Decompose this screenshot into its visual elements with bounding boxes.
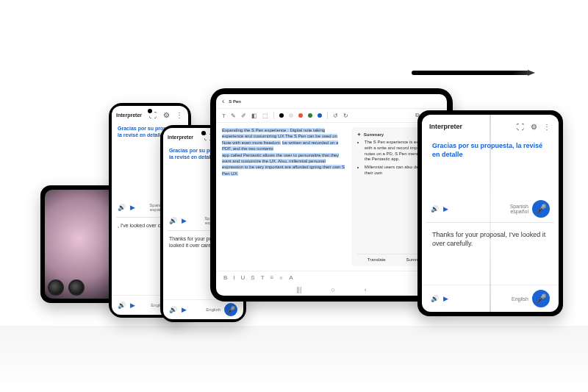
format-toolbar: B I U S T ≡ ⟐ A [216, 271, 447, 284]
speaker-icon[interactable]: 🔊 [431, 295, 439, 302]
color-green-icon[interactable] [308, 113, 312, 118]
pencil-tool-icon[interactable]: ✐ [241, 113, 246, 119]
highlighted-text: app called Pentastic allows the user to … [222, 153, 345, 176]
expand-icon[interactable]: ⛶ [516, 122, 525, 131]
text-tool-icon[interactable]: T [222, 113, 226, 119]
flip-camera-module [48, 279, 85, 296]
back-icon[interactable]: ‹ [222, 97, 224, 105]
settings-icon[interactable]: ⚙ [162, 110, 171, 119]
mic-icon: 🎤 [536, 204, 547, 214]
underline-icon[interactable]: U [241, 274, 245, 281]
note-title: S Pen [229, 99, 441, 104]
play-icon[interactable]: ▶ [130, 204, 135, 211]
mic-button[interactable]: 🎤 [224, 303, 237, 316]
list-icon[interactable]: ⟐ [279, 274, 283, 281]
back-nav-icon[interactable]: ‹ [365, 286, 367, 293]
target-language[interactable]: English [512, 296, 528, 302]
undo-icon[interactable]: ↺ [333, 113, 338, 119]
notes-app: ‹ S Pen T ✎ ✐ ◧ ⬚ ↺ ↻ [216, 94, 447, 296]
bold-icon[interactable]: B [223, 274, 227, 281]
android-nav-bar: ||| ○ ‹ [216, 284, 447, 296]
pen-tool-icon[interactable]: ✎ [231, 113, 236, 119]
floor-reflection [0, 326, 588, 392]
translate-button[interactable]: Translate [368, 257, 386, 262]
play-icon[interactable]: ▶ [182, 306, 187, 313]
mic-icon: 🎤 [536, 293, 547, 304]
color-grey-icon[interactable] [289, 113, 293, 118]
app-title: Interpreter [429, 123, 462, 130]
play-icon[interactable]: ▶ [182, 217, 187, 224]
settings-icon[interactable]: ⚙ [529, 122, 538, 131]
speaker-icon[interactable]: 🔊 [169, 217, 177, 224]
home-icon[interactable]: ○ [331, 286, 334, 293]
device-tablet: ‹ S Pen T ✎ ✐ ◧ ⬚ ↺ ↻ [210, 88, 453, 302]
more-icon[interactable]: ⋮ [175, 110, 184, 119]
recents-icon[interactable]: ||| [296, 286, 301, 293]
color-blue-icon[interactable] [318, 113, 322, 118]
mic-button[interactable]: 🎤 [532, 290, 550, 307]
target-language[interactable]: English [206, 307, 220, 312]
drawing-toolbar: T ✎ ✐ ◧ ⬚ ↺ ↻ ⧉ ⇪ ⋮ [216, 109, 447, 123]
separator [273, 112, 274, 119]
front-camera-icon [201, 131, 206, 135]
summary-title: Summary [364, 132, 384, 137]
camera-lens-icon [68, 279, 85, 296]
color-black-icon[interactable] [279, 113, 284, 118]
s-pen-stylus [412, 71, 529, 75]
front-camera-icon [148, 109, 152, 113]
source-language-sub: español [510, 209, 528, 214]
color-red-icon[interactable] [298, 113, 303, 118]
more-icon[interactable]: ⋮ [542, 122, 551, 131]
speaker-icon[interactable]: 🔊 [431, 205, 439, 213]
redo-icon[interactable]: ↻ [343, 113, 348, 119]
camera-lens-icon [48, 279, 64, 296]
device-fold-open: Interpreter ⛶ ⚙ ⋮ Gracias por su propues… [417, 110, 563, 316]
highlighter-tool-icon[interactable]: ◧ [251, 113, 257, 119]
target-text: Thanks for your proposal, I've looked it… [422, 223, 559, 285]
play-icon[interactable]: ▶ [443, 295, 448, 302]
speaker-icon[interactable]: 🔊 [118, 204, 126, 211]
align-icon[interactable]: ≡ [270, 274, 274, 281]
mic-button[interactable]: 🎤 [532, 200, 550, 218]
speaker-icon[interactable]: 🔊 [169, 306, 177, 313]
italic-icon[interactable]: I [233, 274, 234, 281]
mic-icon: 🎤 [226, 306, 235, 314]
app-title: Interpreter [168, 135, 193, 140]
separator [327, 112, 328, 119]
eraser-tool-icon[interactable]: ⬚ [262, 113, 268, 119]
product-lineup-stage: Interpreter ⛶ ⚙ ⋮ Gracias por su propues… [0, 0, 588, 392]
strike-icon[interactable]: S [251, 274, 254, 281]
speaker-icon[interactable]: 🔊 [118, 302, 126, 309]
textcolor-icon[interactable]: A [289, 274, 293, 281]
source-language[interactable]: Spanish [510, 204, 528, 209]
app-title: Interpreter [116, 113, 142, 118]
play-icon[interactable]: ▶ [443, 205, 448, 213]
sparkle-icon: ✦ [357, 132, 361, 137]
textsize-icon[interactable]: T [261, 274, 265, 281]
note-editor[interactable]: Expanding the S Pen experience : Digital… [222, 127, 347, 266]
source-text: Gracias por su propuesta, la revisé en d… [422, 134, 559, 196]
play-icon[interactable]: ▶ [130, 302, 135, 309]
